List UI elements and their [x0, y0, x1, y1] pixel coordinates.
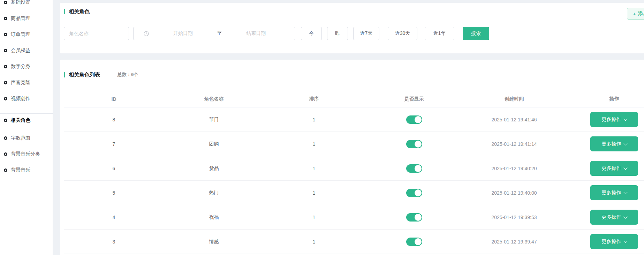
- visibility-toggle[interactable]: [406, 189, 422, 197]
- quick-filter-button[interactable]: 近7天: [353, 27, 379, 40]
- roles-table: ID 角色名称 排序 是否显示 创建时间 操作 8 节日 1 2025-01-1…: [64, 91, 644, 254]
- cell-role-name: 货品: [164, 165, 264, 172]
- search-button[interactable]: 搜索: [463, 27, 489, 40]
- cell-actions: 更多操作: [564, 234, 644, 249]
- cell-sort: 1: [264, 239, 364, 245]
- cell-role-name: 情感: [164, 239, 264, 245]
- cell-visible: [364, 189, 464, 197]
- toggle-knob: [415, 141, 422, 148]
- more-actions-button[interactable]: 更多操作: [590, 234, 638, 249]
- start-date-placeholder[interactable]: 开始日期: [149, 30, 217, 37]
- cell-role-name: 热门: [164, 190, 264, 196]
- more-actions-label: 更多操作: [602, 239, 621, 245]
- sidebar: 基础设置 商品管理 订单管理 会员权益 数字分身 声音克隆 视频创作 相关角色 …: [0, 0, 53, 255]
- sidebar-item-0[interactable]: 基础设置: [0, 0, 53, 10]
- radio-circle-icon: [4, 97, 7, 100]
- sidebar-item-label: 基础设置: [11, 0, 30, 6]
- cell-id: 5: [64, 190, 164, 196]
- visibility-toggle[interactable]: [406, 164, 422, 173]
- quick-filter-button[interactable]: 近1年: [425, 27, 454, 40]
- cell-created-time: 2025-01-12 19:39:53: [464, 215, 564, 220]
- sidebar-item-2[interactable]: 订单管理: [0, 27, 53, 43]
- filter-row: 开始日期 至 结束日期 今 昨 近7天 近30天 近1年 搜索: [60, 27, 489, 40]
- cell-role-name: 团购: [164, 141, 264, 147]
- sidebar-item-7[interactable]: 相关角色: [0, 113, 53, 127]
- sidebar-item-3[interactable]: 会员权益: [0, 43, 53, 59]
- date-range-picker[interactable]: 开始日期 至 结束日期: [133, 27, 295, 40]
- list-card: 相关角色列表 总数：6个 ID 角色名称 排序 是否显示 创建时间 操作 8 节…: [60, 60, 644, 255]
- cell-actions: 更多操作: [564, 112, 644, 127]
- date-range-separator: 至: [217, 30, 222, 37]
- sidebar-item-label: 背景音乐分类: [11, 151, 40, 157]
- table-header-row: ID 角色名称 排序 是否显示 创建时间 操作: [64, 91, 644, 107]
- sidebar-item-8[interactable]: 字数范围: [0, 130, 53, 146]
- radio-circle-icon: [4, 81, 7, 84]
- page-title: 相关角色: [69, 9, 90, 14]
- cell-id: 6: [64, 166, 164, 171]
- more-actions-button[interactable]: 更多操作: [590, 112, 638, 127]
- toggle-knob: [415, 238, 422, 245]
- sidebar-item-4[interactable]: 数字分身: [0, 59, 53, 75]
- sidebar-item-10[interactable]: 背景音乐: [0, 162, 53, 178]
- total-label: 总数：: [118, 72, 131, 77]
- plus-icon: +: [633, 11, 636, 17]
- radio-circle-icon: [4, 65, 7, 68]
- visibility-toggle[interactable]: [406, 213, 422, 222]
- sidebar-item-label: 声音克隆: [11, 80, 30, 86]
- end-date-placeholder[interactable]: 结束日期: [222, 30, 290, 37]
- cell-created-time: 2025-01-12 19:40:20: [464, 166, 564, 171]
- more-actions-button[interactable]: 更多操作: [590, 161, 638, 176]
- sidebar-item-9[interactable]: 背景音乐分类: [0, 146, 53, 162]
- cell-sort: 1: [264, 117, 364, 122]
- sidebar-item-label: 数字分身: [11, 63, 30, 70]
- more-actions-button[interactable]: 更多操作: [590, 210, 638, 225]
- sidebar-item-label: 订单管理: [11, 31, 30, 38]
- cell-sort: 1: [264, 215, 364, 220]
- cell-visible: [364, 213, 464, 222]
- role-name-input[interactable]: [64, 27, 129, 40]
- column-header: 是否显示: [364, 96, 464, 102]
- column-header: 角色名称: [164, 96, 264, 102]
- sidebar-item-label: 会员权益: [11, 47, 30, 54]
- cell-visible: [364, 238, 464, 246]
- visibility-toggle[interactable]: [406, 140, 422, 148]
- visibility-toggle[interactable]: [406, 115, 422, 124]
- quick-filter-button[interactable]: 近30天: [388, 27, 417, 40]
- column-header: 操作: [564, 96, 644, 102]
- sidebar-item-6[interactable]: 视频创作: [0, 91, 53, 107]
- sidebar-item-label: 视频创作: [11, 96, 30, 102]
- sidebar-item-5[interactable]: 声音克隆: [0, 75, 53, 91]
- radio-circle-icon: [4, 168, 7, 172]
- cell-sort: 1: [264, 190, 364, 196]
- column-header: 创建时间: [464, 96, 564, 102]
- accent-bar: [64, 72, 65, 77]
- sidebar-item-label: 字数范围: [11, 135, 30, 141]
- more-actions-button[interactable]: 更多操作: [590, 185, 638, 200]
- toggle-knob: [415, 214, 422, 221]
- accent-bar: [64, 9, 65, 14]
- table-row: 6 货品 1 2025-01-12 19:40:20 更多操作: [64, 156, 644, 181]
- column-header: 排序: [264, 96, 364, 102]
- visibility-toggle[interactable]: [406, 238, 422, 246]
- table-row: 3 情感 1 2025-01-12 19:39:47 更多操作: [64, 230, 644, 254]
- radio-circle-icon: [4, 1, 7, 4]
- quick-filter-button[interactable]: 今: [301, 27, 322, 40]
- quick-filter-button[interactable]: 昨: [327, 27, 348, 40]
- sidebar-item-1[interactable]: 商品管理: [0, 10, 53, 27]
- radio-circle-icon: [4, 119, 7, 122]
- cell-sort: 1: [264, 141, 364, 147]
- cell-actions: 更多操作: [564, 185, 644, 200]
- list-card-header: 相关角色列表 总数：6个: [60, 60, 644, 78]
- more-actions-button[interactable]: 更多操作: [590, 136, 638, 151]
- add-button[interactable]: + 添加: [627, 8, 644, 20]
- radio-circle-icon: [4, 33, 7, 36]
- more-actions-label: 更多操作: [602, 214, 621, 220]
- sidebar-menu: 基础设置 商品管理 订单管理 会员权益 数字分身 声音克隆 视频创作 相关角色 …: [0, 0, 53, 178]
- radio-circle-icon: [4, 152, 7, 156]
- cell-actions: 更多操作: [564, 136, 644, 151]
- cell-id: 7: [64, 141, 164, 147]
- table-body: 8 节日 1 2025-01-12 19:41:46 更多操作 7 团购 1 2…: [64, 107, 644, 254]
- chevron-down-icon: [623, 239, 627, 243]
- sidebar-item-label: 相关角色: [11, 117, 30, 123]
- sidebar-item-label: 背景音乐: [11, 167, 30, 173]
